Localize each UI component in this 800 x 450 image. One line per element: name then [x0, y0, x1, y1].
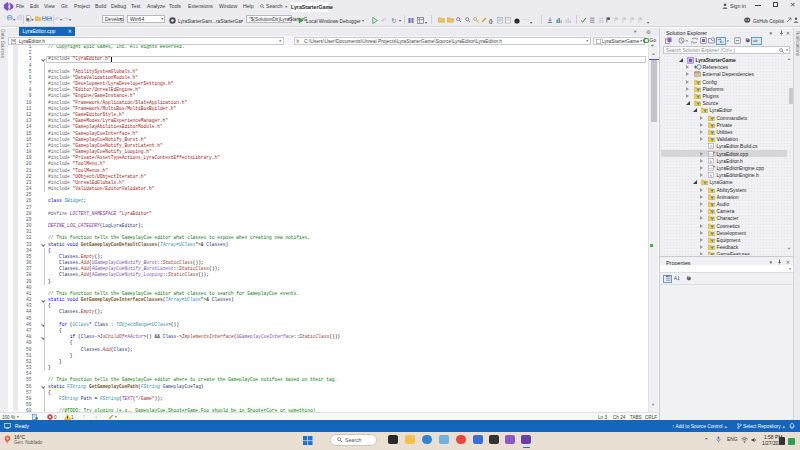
svg-text:++: ++ — [709, 166, 713, 170]
svg-text:A: A — [674, 276, 677, 281]
svg-text:++: ++ — [709, 152, 713, 156]
